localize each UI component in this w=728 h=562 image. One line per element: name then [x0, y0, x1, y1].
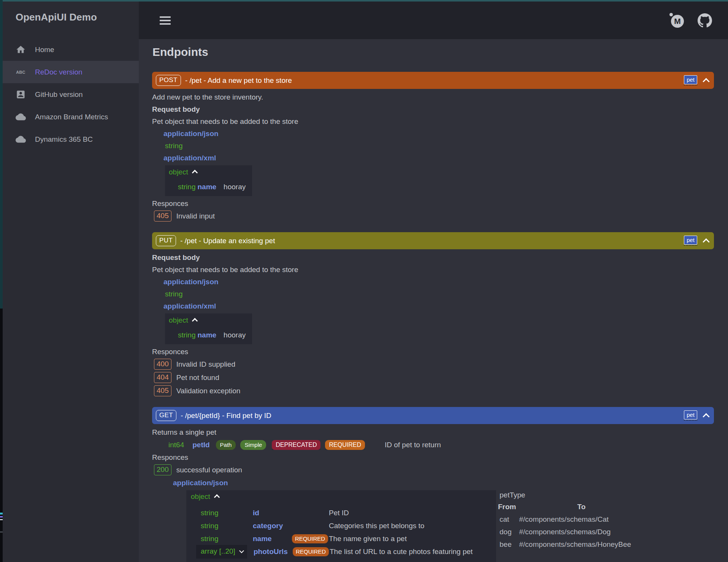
field-name: name	[253, 535, 292, 543]
schema-type: string	[165, 290, 714, 299]
response-row: 200 successful operation	[154, 464, 714, 475]
response-text: successful operation	[176, 466, 242, 474]
chevron-down-icon	[239, 548, 244, 553]
responses-label: Responces	[152, 347, 714, 356]
field-description: Categories this pet belongs to	[329, 522, 424, 530]
appbar-actions: M	[669, 13, 712, 28]
status-code-badge: 405	[154, 211, 171, 222]
collapse-chevron-icon[interactable]	[703, 78, 709, 85]
field-type: string	[201, 535, 253, 543]
field-name: name	[197, 331, 216, 339]
parameter-style-badge: Simple	[240, 440, 266, 450]
schema-field-row: string name hooray	[178, 183, 252, 191]
schema-row-id: string id Pet ID	[186, 507, 496, 519]
mapping-to: #/components/schemas/HoneyBee	[518, 538, 646, 551]
schema-field-row: string name hooray	[178, 331, 252, 339]
sidebar: OpenApiUI Demo Home ABC ReDoc version Gi…	[3, 2, 139, 562]
response-row: 405 Invalid input	[154, 211, 714, 222]
discriminator-title: petType	[500, 491, 646, 499]
home-icon	[16, 44, 26, 55]
endpoint-title: - /pet - Add a new pet to the store	[185, 76, 292, 85]
sidebar-item-github-version[interactable]: GitHub version	[3, 83, 139, 106]
media-type-json[interactable]: application/json	[173, 478, 714, 488]
endpoint-put-pet: PUT - /pet - Update an existing pet pet …	[152, 232, 714, 396]
status-code-badge: 404	[154, 372, 171, 383]
background-speck	[0, 531, 3, 533]
response-row: 400 Invalid ID supplied	[154, 359, 714, 370]
chevron-up-icon	[214, 494, 220, 500]
field-description: Pet ID	[329, 509, 349, 517]
method-badge: PUT	[156, 235, 176, 246]
tag-badge-pet[interactable]: pet	[684, 236, 697, 245]
field-type: string	[201, 522, 253, 530]
array-expand-toggle[interactable]: array [..20]	[196, 545, 247, 559]
endpoint-description: Returns a single pet	[152, 428, 714, 437]
background-speck	[0, 516, 3, 518]
chevron-up-icon	[192, 318, 198, 324]
from-header: From	[496, 500, 518, 513]
discriminator-panel: petType From To cat #/components/schemas…	[496, 490, 646, 551]
collapse-chevron-icon[interactable]	[703, 413, 709, 420]
background-window-top-edge	[0, 0, 728, 2]
sidebar-item-dynamics-365-bc[interactable]: Dynamics 365 BC	[3, 128, 139, 150]
object-toggle[interactable]: object	[169, 168, 252, 176]
media-type-xml[interactable]: application/xml	[163, 154, 714, 163]
logo-dot	[669, 13, 673, 16]
endpoint-header-post[interactable]: POST - /pet - Add a new pet to the store…	[152, 72, 714, 89]
background-speck	[0, 513, 3, 515]
object-label: object	[169, 316, 188, 325]
endpoint-header-put[interactable]: PUT - /pet - Update an existing pet pet	[152, 232, 714, 249]
object-toggle[interactable]: object	[186, 492, 496, 501]
sidebar-item-label: ReDoc version	[35, 68, 82, 76]
status-code-badge: 200	[154, 464, 171, 475]
media-type-json[interactable]: application/json	[163, 277, 714, 287]
logo-letter: M	[671, 15, 684, 28]
field-example: hooray	[224, 183, 246, 191]
field-name: category	[253, 522, 292, 530]
menu-toggle-button[interactable]	[160, 14, 171, 27]
schema-row-name: string name REQUIRED The name given to a…	[186, 532, 496, 545]
mapping-row-cat: cat #/components/schemas/Cat	[496, 513, 646, 526]
object-label: object	[169, 168, 188, 176]
tag-badge-pet[interactable]: pet	[684, 75, 697, 84]
response-text: Invalid ID supplied	[176, 360, 235, 369]
object-label: object	[191, 492, 210, 501]
status-code-badge: 400	[154, 359, 171, 370]
sidebar-item-amazon-brand-metrics[interactable]: Amazon Brand Metrics	[3, 106, 139, 128]
collapse-chevron-icon[interactable]	[703, 238, 709, 245]
schema-object-box: object string name hooray	[165, 165, 252, 196]
mudblazor-logo-icon[interactable]: M	[669, 13, 685, 28]
cloud-icon	[16, 112, 26, 122]
deprecated-badge: DEPRECATED	[272, 440, 320, 450]
parameter-name: petId	[192, 441, 209, 449]
media-type-json[interactable]: application/json	[163, 129, 714, 138]
field-badge-cell: REQUIRED	[292, 534, 329, 544]
parameter-description: ID of pet to return	[385, 441, 441, 449]
sidebar-item-redoc-version[interactable]: ABC ReDoc version	[3, 61, 139, 83]
request-body-label: Request body	[152, 253, 714, 262]
endpoint-title: - /pet/{petId} - Find pet by ID	[181, 412, 271, 420]
request-body-description: Pet object that needs to be added to the…	[152, 265, 714, 274]
required-badge: REQUIRED	[292, 534, 328, 543]
object-toggle[interactable]: object	[169, 316, 252, 325]
endpoint-post-pet: POST - /pet - Add a new pet to the store…	[152, 72, 714, 222]
sidebar-item-home[interactable]: Home	[3, 38, 139, 61]
endpoint-header-get[interactable]: GET - /pet/{petId} - Find pet by ID pet	[152, 407, 714, 424]
mapping-row-dog: dog #/components/schemas/Dog	[496, 526, 646, 538]
method-badge: GET	[156, 410, 176, 421]
media-type-xml[interactable]: application/xml	[163, 302, 714, 311]
abc-icon: ABC	[16, 67, 26, 77]
response-text: Invalid input	[176, 212, 215, 220]
to-header: To	[518, 500, 646, 513]
app-bar: M	[139, 2, 728, 39]
sidebar-item-label: Home	[35, 46, 54, 54]
required-badge: REQUIRED	[325, 440, 365, 450]
field-type: array [..20]	[201, 547, 235, 556]
parameter-type: int64	[168, 441, 184, 449]
tag-badge-pet[interactable]: pet	[684, 410, 697, 420]
parameter-row-petid: int64 petId Path Simple DEPRECATED REQUI…	[168, 440, 714, 450]
required-badge: REQUIRED	[293, 547, 329, 556]
main-content: Endpoints POST - /pet - Add a new pet to…	[139, 39, 728, 562]
field-name: id	[253, 509, 292, 517]
github-icon[interactable]	[698, 13, 712, 28]
